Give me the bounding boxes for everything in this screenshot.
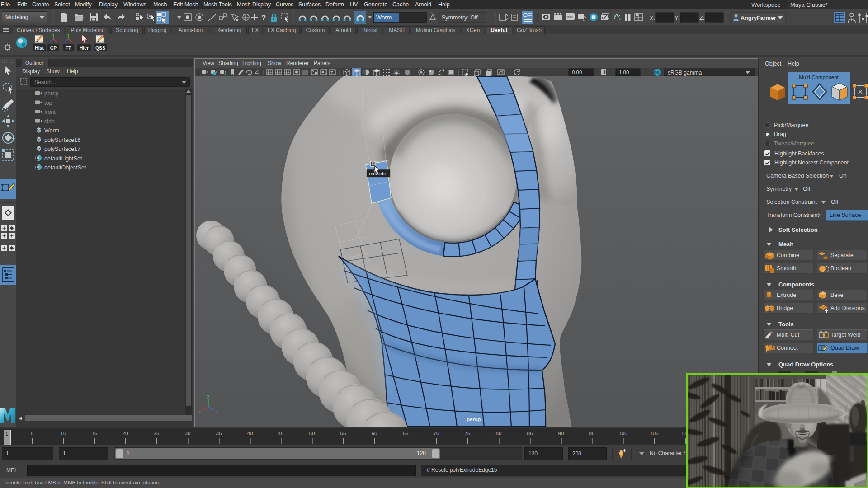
svg-text:Z:: Z: — [699, 15, 704, 21]
svg-text:85: 85 — [527, 431, 533, 436]
svg-text:90: 90 — [558, 431, 564, 436]
svg-text:ON: ON — [654, 70, 659, 75]
svg-text:105: 105 — [650, 431, 658, 436]
svg-text:sRGB gamma: sRGB gamma — [668, 70, 702, 76]
svg-text:70: 70 — [434, 431, 439, 436]
svg-text:1: 1 — [5, 431, 8, 436]
svg-text:X:: X: — [650, 15, 655, 21]
svg-text:Symmetry: Off: Symmetry: Off — [442, 14, 478, 21]
svg-text:45: 45 — [278, 431, 284, 436]
svg-text:80: 80 — [496, 431, 502, 436]
svg-text:Y:: Y: — [675, 15, 679, 21]
svg-text:Hier: Hier — [80, 45, 89, 51]
svg-text:?: ? — [261, 14, 266, 22]
svg-text:15: 15 — [92, 431, 98, 436]
svg-text:top: top — [44, 100, 52, 106]
svg-text:QSS: QSS — [95, 45, 105, 51]
svg-text:persp: persp — [467, 417, 481, 422]
svg-text:55: 55 — [340, 431, 346, 436]
svg-text:side: side — [44, 118, 55, 125]
svg-text:25: 25 — [154, 431, 160, 436]
svg-text:T: T — [331, 70, 334, 75]
svg-text:65: 65 — [403, 431, 409, 436]
svg-text:35: 35 — [216, 431, 222, 436]
svg-text:polySurface16: polySurface16 — [44, 137, 80, 143]
svg-text:z: z — [216, 409, 218, 414]
svg-text:50: 50 — [309, 431, 315, 436]
svg-text:Hist: Hist — [35, 45, 44, 51]
svg-text:40: 40 — [247, 431, 253, 436]
svg-text:Multi-Component: Multi-Component — [799, 75, 839, 80]
svg-text:95: 95 — [589, 431, 595, 436]
svg-text:polySurface17: polySurface17 — [44, 146, 80, 152]
svg-text:100: 100 — [618, 431, 627, 436]
svg-text:30: 30 — [185, 431, 191, 436]
svg-text:FT: FT — [66, 45, 71, 51]
svg-text:1.00: 1.00 — [619, 70, 629, 75]
svg-text:Worm: Worm — [376, 14, 392, 21]
svg-text:AngryFarmer: AngryFarmer — [741, 15, 776, 21]
svg-text:Worm: Worm — [44, 127, 59, 134]
svg-text:front: front — [44, 109, 56, 115]
svg-text:IPR: IPR — [567, 15, 573, 19]
svg-text:20: 20 — [123, 431, 128, 436]
svg-text:defaultObjectSet: defaultObjectSet — [44, 164, 86, 171]
svg-text:defaultLightSet: defaultLightSet — [44, 155, 82, 162]
svg-text:CP: CP — [50, 45, 57, 51]
svg-text:y: y — [207, 394, 209, 399]
svg-text:+: + — [224, 72, 226, 76]
svg-text:5: 5 — [31, 431, 33, 436]
svg-text:x: x — [198, 410, 201, 414]
svg-text:60: 60 — [372, 431, 377, 436]
svg-text:persp: persp — [44, 90, 58, 97]
svg-text:75: 75 — [465, 431, 471, 436]
svg-text:10: 10 — [61, 431, 66, 436]
svg-text:0.00: 0.00 — [572, 70, 582, 75]
